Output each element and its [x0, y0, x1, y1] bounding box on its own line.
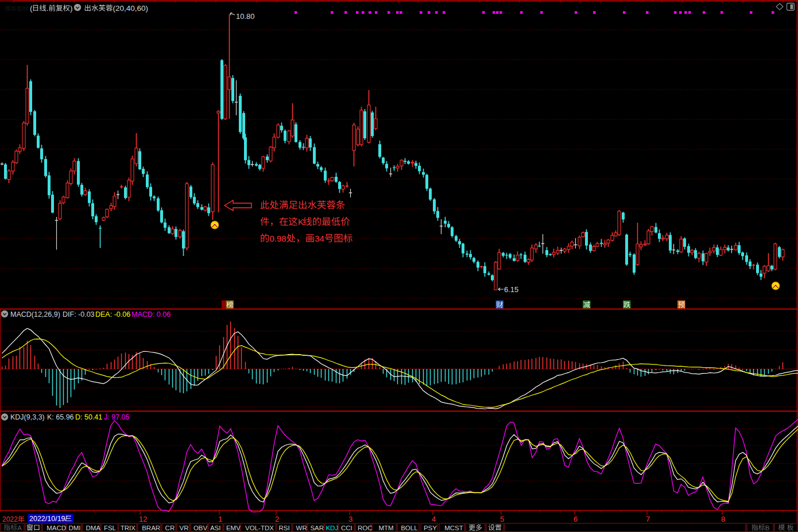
svg-text:K: 65.96: K: 65.96 [47, 413, 74, 421]
svg-text:MACD: 0.06: MACD: 0.06 [131, 310, 171, 319]
svg-text:5: 5 [500, 515, 504, 523]
svg-text:): ) [70, 4, 73, 13]
svg-text:10.80: 10.80 [236, 12, 255, 21]
svg-text:12: 12 [139, 515, 147, 523]
svg-text:J: 97.05: J: 97.05 [104, 413, 130, 421]
svg-text:ASI: ASI [210, 525, 221, 531]
svg-text:A: A [17, 525, 22, 531]
svg-text:TRIX: TRIX [121, 525, 136, 531]
svg-text:MTM: MTM [378, 525, 393, 531]
svg-text:(20,40,60): (20,40,60) [113, 4, 149, 13]
svg-text:MACD(12,26,9): MACD(12,26,9) [10, 310, 60, 319]
svg-text:7: 7 [646, 515, 650, 523]
svg-text:EMV: EMV [226, 525, 241, 531]
svg-text:FSL: FSL [104, 525, 117, 531]
svg-text:SAR: SAR [310, 525, 324, 531]
svg-text:PSY: PSY [424, 525, 437, 531]
svg-text:4: 4 [432, 515, 436, 523]
svg-text:34: 34 [315, 234, 324, 243]
svg-text:(: ( [30, 4, 33, 13]
svg-text:MCST: MCST [444, 525, 463, 531]
svg-text:K: K [298, 217, 304, 227]
svg-text:D: 50.41: D: 50.41 [75, 413, 102, 421]
svg-text:DMA: DMA [86, 525, 100, 531]
svg-text:DMI: DMI [68, 525, 80, 531]
svg-text:2022/10/19/: 2022/10/19/ [29, 515, 68, 523]
svg-text:2: 2 [275, 515, 279, 523]
svg-text:MACD: MACD [47, 525, 66, 531]
svg-text:DEA: -0.06: DEA: -0.06 [95, 310, 130, 319]
svg-text:3: 3 [348, 515, 352, 523]
svg-text:1: 1 [218, 515, 222, 523]
svg-text:KDJ: KDJ [326, 525, 338, 531]
svg-text:ROC: ROC [358, 525, 373, 531]
svg-text:B: B [765, 525, 770, 531]
svg-text:VR: VR [180, 525, 189, 531]
svg-text:6.15: 6.15 [504, 285, 518, 294]
svg-text:0.98: 0.98 [270, 234, 286, 243]
svg-text:6: 6 [574, 515, 578, 523]
svg-text:BRAR: BRAR [142, 525, 160, 531]
svg-text:WR: WR [296, 525, 307, 531]
svg-text:8: 8 [721, 515, 725, 523]
svg-text:.: . [47, 4, 49, 13]
svg-text:DIF: -0.03: DIF: -0.03 [63, 310, 95, 319]
svg-text:VOL-TDX: VOL-TDX [245, 525, 274, 531]
svg-text:CR: CR [165, 525, 175, 531]
svg-text:KDJ(9,3,3): KDJ(9,3,3) [10, 413, 45, 421]
svg-text:CCI: CCI [341, 525, 352, 531]
svg-text:BOLL: BOLL [401, 525, 418, 531]
svg-text:2022: 2022 [2, 515, 18, 523]
svg-text:RSI: RSI [278, 525, 289, 531]
svg-text:OBV: OBV [193, 525, 208, 531]
